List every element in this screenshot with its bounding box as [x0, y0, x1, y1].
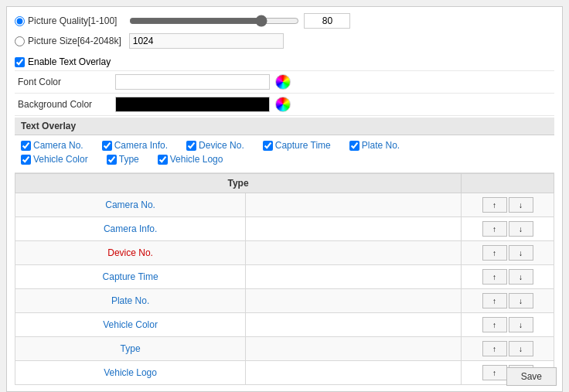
- row-name: Vehicle Logo: [15, 361, 246, 385]
- background-color-row: Background Color: [15, 94, 554, 116]
- down-button[interactable]: ↓: [509, 245, 533, 261]
- font-color-picker-button[interactable]: [274, 73, 291, 90]
- enable-text-overlay-text: Enable Text Overlay: [28, 56, 111, 67]
- table-row: Type↑↓: [15, 337, 554, 361]
- enable-text-overlay-row: Enable Text Overlay: [15, 53, 554, 71]
- checkbox-camera-info[interactable]: Camera Info.: [102, 140, 168, 151]
- font-color-swatch[interactable]: [115, 74, 270, 90]
- type-table-actions-header: [462, 174, 554, 193]
- background-color-label: Background Color: [15, 99, 115, 110]
- row-empty: [246, 361, 462, 385]
- enable-text-overlay-label[interactable]: Enable Text Overlay: [15, 56, 554, 67]
- font-color-label: Font Color: [15, 77, 115, 87]
- size-row: Picture Size[64-2048k]: [15, 33, 554, 49]
- row-buttons: ↑↓: [462, 289, 554, 313]
- row-buttons: ↑↓: [462, 337, 554, 361]
- checkbox-vehicle-color[interactable]: Vehicle Color: [21, 154, 88, 165]
- row-empty: [246, 313, 462, 337]
- up-button[interactable]: ↑: [482, 341, 507, 356]
- down-button[interactable]: ↓: [509, 341, 533, 356]
- background-color-picker-button[interactable]: [274, 96, 291, 113]
- table-row: Plate No.↑↓: [15, 289, 554, 313]
- row-empty: [246, 241, 462, 265]
- checkbox-camera-no[interactable]: Camera No.: [21, 140, 83, 151]
- row-buttons: ↑↓: [462, 313, 554, 337]
- row-empty: [246, 193, 462, 217]
- row-name: Device No.: [15, 241, 246, 265]
- up-button[interactable]: ↑: [482, 317, 507, 332]
- row-buttons: ↑↓: [462, 241, 554, 265]
- down-button[interactable]: ↓: [509, 197, 533, 213]
- enable-text-overlay-checkbox[interactable]: [15, 57, 25, 67]
- up-button[interactable]: ↑: [482, 365, 507, 380]
- row-empty: [246, 265, 462, 289]
- up-button[interactable]: ↑: [482, 197, 507, 213]
- checkbox-plate-no[interactable]: Plate No.: [349, 140, 400, 151]
- table-row: Camera No.↑↓: [15, 193, 554, 217]
- font-color-wheel-icon: [275, 74, 291, 90]
- down-button[interactable]: ↓: [509, 269, 533, 285]
- background-color-wheel-icon: [275, 97, 291, 112]
- save-button[interactable]: Save: [506, 367, 557, 386]
- row-name: Camera Info.: [15, 217, 246, 241]
- table-row: Vehicle Logo↑↓: [15, 361, 554, 385]
- row-empty: [246, 337, 462, 361]
- checkbox-device-no[interactable]: Device No.: [186, 140, 244, 151]
- up-button[interactable]: ↑: [482, 293, 507, 308]
- table-row: Capture Time↑↓: [15, 265, 554, 289]
- footer: Save: [506, 367, 557, 386]
- text-overlay-section-header: Text Overlay: [15, 118, 554, 135]
- row-name: Plate No.: [15, 289, 246, 313]
- checkbox-row-1: Camera No. Camera Info. Device No. Captu…: [21, 140, 548, 151]
- background-color-swatch[interactable]: [115, 97, 270, 112]
- table-row: Camera Info.↑↓: [15, 217, 554, 241]
- table-row: Vehicle Color↑↓: [15, 313, 554, 337]
- checkboxes-area: Camera No. Camera Info. Device No. Captu…: [15, 135, 554, 173]
- row-name: Capture Time: [15, 265, 246, 289]
- down-button[interactable]: ↓: [509, 317, 533, 332]
- checkbox-capture-time[interactable]: Capture Time: [263, 140, 331, 151]
- checkbox-type[interactable]: Type: [107, 154, 139, 165]
- quality-radio[interactable]: [15, 16, 25, 26]
- row-name: Vehicle Color: [15, 313, 246, 337]
- quality-label: Picture Quality[1-100]: [28, 15, 117, 26]
- settings-panel: Picture Quality[1-100] Picture Size[64-2…: [6, 6, 563, 392]
- row-empty: [246, 217, 462, 241]
- quality-value[interactable]: [304, 13, 350, 29]
- font-color-row: Font Color: [15, 71, 554, 94]
- row-buttons: ↑↓: [462, 265, 554, 289]
- up-button[interactable]: ↑: [482, 221, 507, 237]
- checkbox-row-2: Vehicle Color Type Vehicle Logo: [21, 154, 548, 165]
- down-button[interactable]: ↓: [509, 293, 533, 308]
- quality-radio-label[interactable]: Picture Quality[1-100]: [15, 15, 117, 26]
- size-radio-label[interactable]: Picture Size[64-2048k]: [15, 36, 121, 46]
- checkbox-vehicle-logo[interactable]: Vehicle Logo: [158, 154, 223, 165]
- type-table: Type Camera No.↑↓Camera Info.↑↓Device No…: [15, 173, 554, 385]
- row-buttons: ↑↓: [462, 193, 554, 217]
- size-value[interactable]: [129, 33, 284, 49]
- table-row: Device No.↑↓: [15, 241, 554, 265]
- row-name: Type: [15, 337, 246, 361]
- row-name: Camera No.: [15, 193, 246, 217]
- quality-slider[interactable]: [129, 15, 299, 27]
- text-overlay-section: Text Overlay Camera No. Camera Info. Dev…: [15, 118, 554, 385]
- size-label: Picture Size[64-2048k]: [28, 36, 121, 46]
- type-table-header: Type: [15, 174, 462, 193]
- size-radio[interactable]: [15, 36, 25, 46]
- quality-row: Picture Quality[1-100]: [15, 13, 554, 29]
- row-empty: [246, 289, 462, 313]
- up-button[interactable]: ↑: [482, 245, 507, 261]
- main-container: Picture Quality[1-100] Picture Size[64-2…: [0, 0, 569, 392]
- up-button[interactable]: ↑: [482, 269, 507, 285]
- down-button[interactable]: ↓: [509, 221, 533, 237]
- row-buttons: ↑↓: [462, 217, 554, 241]
